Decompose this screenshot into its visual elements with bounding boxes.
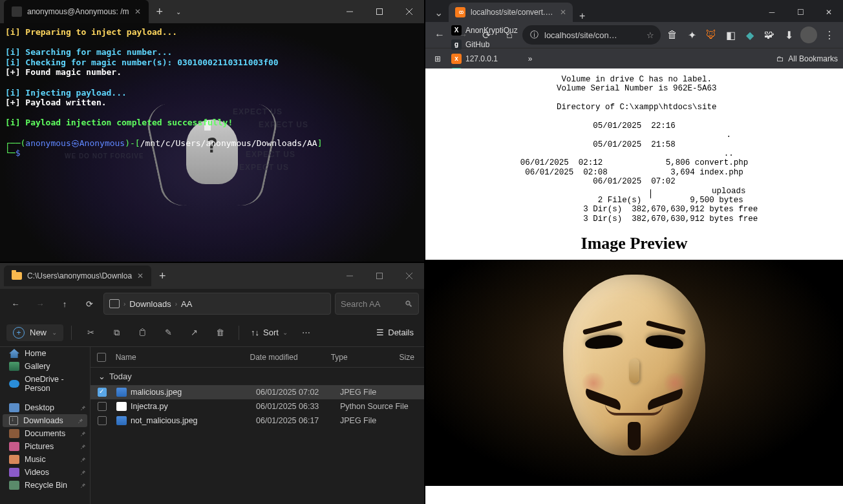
new-tab-button[interactable]: + [151, 269, 174, 283]
extension-icon[interactable]: ◧ [721, 26, 740, 44]
terminal-body[interactable]: ? EXPECT US EXPECT US EXPECT US EXPECT U… [0, 23, 424, 262]
breadcrumb[interactable]: › Downloads › AA [103, 293, 331, 315]
downloads-button[interactable]: ⬇ [780, 26, 798, 44]
column-size[interactable]: Size [399, 353, 424, 362]
refresh-button[interactable]: ⟳ [79, 293, 100, 314]
sidebar-item-downloads[interactable]: Downloads📌︎ [3, 414, 87, 427]
extension-icon[interactable]: ◆ [741, 26, 759, 44]
tab-search-button[interactable]: ⌄ [428, 3, 449, 22]
maximize-button[interactable] [365, 266, 394, 286]
sidebar-item-documents[interactable]: Documents📌︎ [0, 427, 90, 440]
chevron-down-icon: ⌄ [98, 372, 105, 381]
url-input[interactable]: ⓘ localhost/site/con… ☆ [522, 25, 661, 45]
tab-dropdown-icon[interactable]: ⌄ [171, 8, 186, 16]
forward-button[interactable]: → [30, 293, 50, 314]
site-info-icon[interactable]: ⓘ [529, 30, 539, 40]
copy-button[interactable]: ⧉ [105, 322, 127, 343]
sidebar-item-videos[interactable]: Videos📌︎ [0, 466, 90, 479]
sidebar-item-pictures[interactable]: Pictures📌︎ [0, 440, 90, 453]
documents-icon [9, 429, 19, 438]
folder-icon [12, 272, 22, 280]
file-checkbox[interactable] [98, 416, 107, 425]
minimize-button[interactable]: ─ [758, 3, 786, 22]
breadcrumb-item[interactable]: AA [181, 299, 192, 309]
file-row[interactable]: Injectra.py 06/01/2025 06:33 Python Sour… [91, 399, 424, 414]
extensions-button[interactable]: 🧩︎ [760, 26, 778, 44]
file-date: 06/01/2025 07:02 [256, 388, 340, 397]
select-all-checkbox[interactable] [97, 353, 106, 362]
terminal-tab[interactable]: anonymous@Anonymous: /m ✕ [4, 0, 149, 23]
maximize-button[interactable] [365, 0, 394, 23]
minimize-button[interactable] [335, 0, 365, 23]
url-text: localhost/site/con… [544, 30, 617, 40]
rename-button[interactable]: ✎ [157, 322, 179, 343]
pin-icon: 📌︎ [80, 469, 86, 476]
column-name[interactable]: Name [113, 353, 250, 362]
search-input[interactable]: Search AA 🔍︎ [335, 293, 419, 315]
close-icon[interactable]: ✕ [560, 8, 566, 17]
extension-icon[interactable]: 🦊︎ [702, 26, 720, 44]
svg-rect-5 [377, 273, 383, 279]
menu-button[interactable]: ⋮ [820, 25, 839, 45]
file-checkbox[interactable] [98, 388, 107, 397]
sidebar-item-recycle[interactable]: Recycle Bin📌︎ [0, 479, 90, 492]
more-button[interactable]: ⋯ [295, 322, 317, 343]
file-icon [116, 402, 127, 411]
listing-line: Volume in drive C has no label. [425, 75, 843, 84]
file-row[interactable]: not_malicious.jpeg 06/01/2025 06:17 JPEG… [91, 414, 424, 428]
up-button[interactable]: ↑ [54, 293, 75, 314]
paste-button[interactable]: 📋︎ [131, 322, 153, 343]
folder-icon: 🗀 [776, 54, 784, 63]
back-button[interactable]: ← [5, 293, 26, 314]
pin-icon: 📌︎ [80, 443, 86, 450]
file-name: not_malicious.jpeg [131, 416, 198, 425]
new-tab-button[interactable]: + [573, 10, 592, 22]
terminal-window: anonymous@Anonymous: /m ✕ + ⌄ ? EXPECT U… [0, 0, 424, 262]
file-name: malicious.jpeg [131, 388, 182, 397]
bookmark-item[interactable]: gGitHub [447, 37, 522, 52]
sidebar-item-desktop[interactable]: Desktop📌︎ [0, 401, 90, 414]
minimize-button[interactable] [335, 266, 365, 286]
music-icon [9, 455, 19, 464]
all-bookmarks-button[interactable]: 🗀All Bookmarks [776, 54, 838, 63]
sidebar-item-onedrive[interactable]: OneDrive - Person [0, 373, 90, 395]
column-date[interactable]: Date modified [250, 353, 331, 362]
browser-window: ⌄ ထlocalhost/site/convert.php?file✕ထloca… [425, 0, 843, 504]
close-button[interactable]: ✕ [815, 3, 843, 22]
listing-line: 06/01/2025 02:08 3,694 index.php [425, 168, 843, 177]
close-button[interactable] [394, 0, 424, 23]
chevron-right-icon: › [123, 300, 125, 308]
page-content[interactable]: Volume in drive C has no label. Volume S… [425, 68, 843, 504]
file-checkbox[interactable] [98, 402, 107, 411]
close-icon[interactable]: ✕ [137, 271, 144, 280]
breadcrumb-item[interactable]: Downloads [129, 299, 171, 309]
extension-icon[interactable]: ✦ [683, 26, 701, 44]
close-icon[interactable]: ✕ [134, 7, 141, 16]
bookmark-item[interactable]: XAnonKryptiQuz [447, 23, 522, 37]
new-button[interactable]: + New ⌄ [6, 324, 63, 341]
new-tab-button[interactable]: + [149, 5, 171, 19]
listing-line: . [425, 131, 843, 140]
delete-button[interactable]: 🗑︎ [209, 322, 231, 343]
sort-button[interactable]: ↑↓ Sort ⌄ [247, 328, 292, 337]
bookmark-star-icon[interactable]: ☆ [646, 30, 654, 40]
close-button[interactable] [394, 266, 424, 286]
browser-tab[interactable]: ထlocalhost/site/convert.php?file✕ [449, 3, 573, 22]
profile-avatar[interactable] [800, 26, 817, 43]
delete-data-icon[interactable]: 🗑︎ [663, 26, 681, 44]
share-button[interactable]: ↗ [183, 322, 205, 343]
details-button[interactable]: ☰ Details [372, 328, 418, 337]
preview-image [425, 260, 843, 486]
cut-button[interactable]: ✂︎ [80, 322, 101, 343]
sidebar-item-music[interactable]: Music📌︎ [0, 453, 90, 466]
sidebar-item-home[interactable]: Home [0, 347, 90, 360]
maximize-button[interactable]: ☐ [786, 3, 815, 22]
explorer-tab[interactable]: C:\Users\anonymous\Downloa ✕ [4, 266, 151, 286]
column-type[interactable]: Type [331, 353, 400, 362]
group-header[interactable]: ⌄Today [91, 368, 424, 385]
apps-button[interactable]: ⊞ [431, 52, 445, 65]
bookmarks-overflow[interactable]: » [524, 52, 537, 65]
file-row[interactable]: malicious.jpeg 06/01/2025 07:02 JPEG Fil… [91, 385, 424, 399]
sidebar-item-gallery[interactable]: Gallery [0, 360, 90, 373]
bookmark-item[interactable]: x127.0.0.1 [447, 52, 522, 66]
